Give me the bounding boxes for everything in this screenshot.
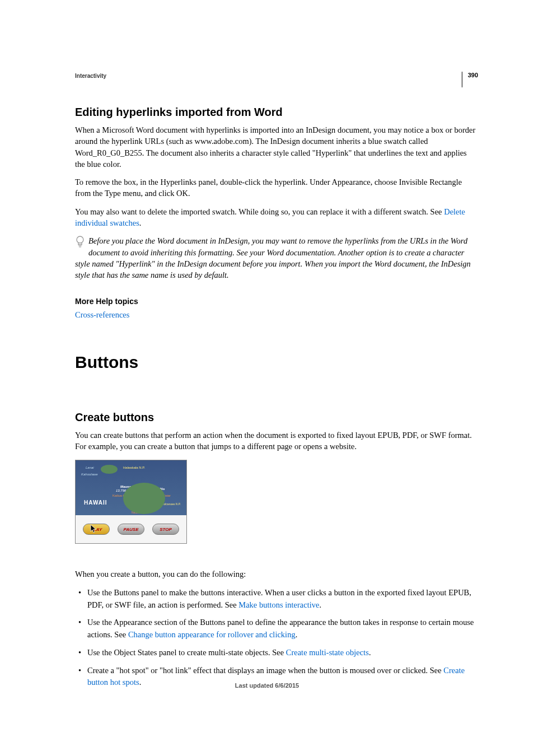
- tip-block: Before you place the Word document in In…: [75, 235, 478, 281]
- text: .: [139, 218, 142, 227]
- map-label: Kahoolawe: [81, 473, 98, 476]
- paragraph: When a Microsoft Word document with hype…: [75, 124, 478, 170]
- chapter-heading-buttons: Buttons: [75, 353, 478, 372]
- paragraph: When you create a button, you can do the…: [75, 568, 478, 580]
- list-item: Use the Buttons panel to make the button…: [75, 587, 478, 612]
- pause-button-example: PAUSE: [118, 524, 144, 535]
- stop-button-example: STOP: [152, 524, 179, 535]
- paragraph: To remove the box, in the Hyperlinks pan…: [75, 176, 478, 199]
- heading-editing-hyperlinks: Editing hyperlinks imported from Word: [75, 106, 478, 119]
- text: .: [296, 630, 298, 639]
- heading-create-buttons: Create buttons: [75, 411, 478, 424]
- paragraph: You may also want to delete the imported…: [75, 206, 478, 229]
- map-label: Haleakala N.P.: [123, 466, 145, 469]
- footer-last-updated: Last updated 6/6/2015: [0, 682, 534, 689]
- svg-point-0: [77, 236, 83, 243]
- cursor-icon: [90, 524, 98, 536]
- example-screenshot: Lanai Kahoolawe Haleakala N.P. Mauna Kea…: [75, 460, 187, 544]
- help-topics-list: Cross-references: [75, 309, 478, 320]
- breadcrumb: Interactivity: [75, 73, 478, 79]
- link-make-buttons-interactive[interactable]: Make buttons interactive: [238, 600, 319, 609]
- page-number: 390: [468, 72, 478, 78]
- list-item: Use the Object States panel to create mu…: [75, 647, 478, 659]
- tip-text: Before you place the Word document in In…: [75, 235, 478, 281]
- island-graphic: [123, 483, 165, 514]
- text: You may also want to delete the imported…: [75, 207, 444, 216]
- text: .: [319, 600, 321, 609]
- link-create-multi-state[interactable]: Create multi-state objects: [286, 648, 369, 657]
- island-graphic: [101, 465, 118, 474]
- lightbulb-icon: [75, 235, 87, 252]
- bullet-list: Use the Buttons panel to make the button…: [75, 587, 478, 689]
- link-cross-references[interactable]: Cross-references: [75, 310, 129, 319]
- help-topics-heading: More Help topics: [75, 297, 478, 306]
- link-change-button-appearance[interactable]: Change button appearance for rollover an…: [128, 630, 296, 639]
- page-number-container: 390: [462, 72, 478, 87]
- page-content: Interactivity Editing hyperlinks importe…: [0, 0, 534, 722]
- text: Use the Object States panel to create mu…: [87, 648, 286, 657]
- map-label: Lanai: [86, 466, 94, 469]
- map-graphic: Lanai Kahoolawe Haleakala N.P. Mauna Kea…: [76, 460, 186, 516]
- map-title: HAWAII: [84, 500, 107, 506]
- text: Create a "hot spot" or "hot link" effect…: [87, 666, 443, 675]
- list-item: Use the Appearance section of the Button…: [75, 617, 478, 641]
- paragraph: You can create buttons that perform an a…: [75, 430, 478, 452]
- text: .: [369, 648, 371, 657]
